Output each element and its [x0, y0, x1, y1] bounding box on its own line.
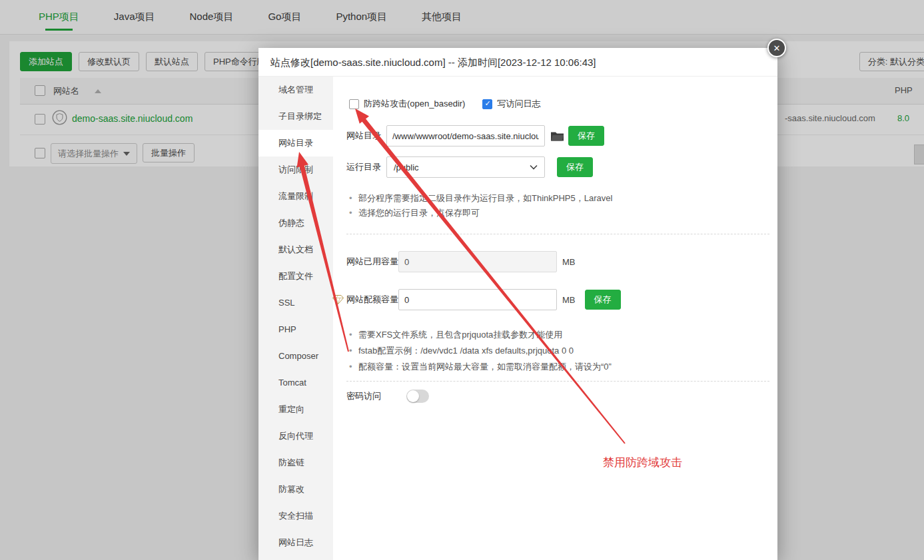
quota-capacity-unit: MB: [562, 295, 576, 305]
gem-pro-icon: [332, 294, 344, 308]
sidebar-item-config-file[interactable]: 配置文件: [258, 263, 333, 290]
used-capacity-unit: MB: [562, 257, 576, 267]
open-basedir-checkbox[interactable]: [349, 99, 359, 109]
note-line: 部分程序需要指定二级目录作为运行目录，如ThinkPHP5，Laravel: [349, 191, 612, 206]
save-quota-button[interactable]: 保存: [585, 290, 621, 310]
sidebar-item-security-scan[interactable]: 安全扫描: [258, 503, 333, 529]
sidebar-item-tomcat[interactable]: Tomcat: [258, 370, 333, 396]
site-edit-modal: ✕ 站点修改[demo-saas.site.niucloud.com] -- 添…: [258, 48, 777, 560]
divider: [346, 381, 769, 382]
divider: [346, 234, 769, 234]
used-capacity-input: [398, 251, 557, 272]
annotation-text: 禁用防跨域攻击: [603, 455, 682, 470]
sidebar-item-hotlink-protect[interactable]: 防盗链: [258, 449, 333, 476]
run-directory-select[interactable]: /public: [386, 156, 545, 178]
note-line: 配额容量：设置当前网站最大容量，如需取消容量配额，请设为“0”: [349, 359, 612, 375]
sidebar-item-subdir-bind[interactable]: 子目录绑定: [258, 103, 333, 130]
sidebar-item-reverse-proxy[interactable]: 反向代理: [258, 423, 333, 449]
save-run-directory-button[interactable]: 保存: [557, 157, 593, 177]
sidebar-item-tamper-proof[interactable]: 防篡改: [258, 476, 333, 503]
sidebar-item-composer[interactable]: Composer: [258, 343, 333, 370]
password-access-label: 密码访问: [346, 390, 406, 402]
save-site-directory-button[interactable]: 保存: [568, 126, 604, 146]
note-line: 选择您的运行目录，点保存即可: [349, 206, 612, 220]
quota-notes: 需要XFS文件系统，且包含prjquota挂载参数才能使用 fstab配置示例：…: [349, 327, 612, 375]
site-directory-input[interactable]: [386, 125, 545, 146]
modal-sidebar: 域名管理 子目录绑定 网站目录 访问限制 流量限制 伪静态 默认文档 配置文件 …: [258, 77, 333, 560]
site-directory-label: 网站目录: [346, 130, 386, 142]
folder-browse-icon[interactable]: [550, 131, 564, 142]
sidebar-item-access-limit[interactable]: 访问限制: [258, 156, 333, 183]
note-line: 需要XFS文件系统，且包含prjquota挂载参数才能使用: [349, 327, 612, 343]
sidebar-item-ssl[interactable]: SSL: [258, 290, 333, 316]
toggle-knob: [407, 390, 419, 402]
chevron-down-icon: [530, 164, 538, 170]
used-capacity-label: 网站已用容量: [346, 256, 398, 268]
quota-capacity-input[interactable]: [398, 289, 557, 310]
sidebar-item-site-directory[interactable]: 网站目录: [258, 130, 333, 156]
sidebar-item-rewrite[interactable]: 伪静态: [258, 210, 333, 236]
modal-content: 防跨站攻击(open_basedir) 写访问日志 网站目录 保存: [333, 77, 777, 560]
sidebar-item-redirect[interactable]: 重定向: [258, 396, 333, 423]
sidebar-item-traffic-limit[interactable]: 流量限制: [258, 183, 333, 210]
run-directory-value: /public: [394, 162, 419, 172]
app-screen: PHP项目 Java项目 Node项目 Go项目 Python项目 其他项目 添…: [0, 0, 924, 560]
quota-capacity-label: 网站配额容量: [346, 294, 398, 306]
password-access-toggle[interactable]: [406, 390, 429, 403]
sidebar-item-site-log[interactable]: 网站日志: [258, 529, 333, 556]
access-log-label: 写访问日志: [497, 98, 540, 110]
sidebar-item-php[interactable]: PHP: [258, 316, 333, 343]
note-line: fstab配置示例：/dev/vdc1 /data xfs defaults,p…: [349, 343, 612, 359]
run-directory-label: 运行目录: [346, 161, 386, 173]
sidebar-item-domain-manage[interactable]: 域名管理: [258, 77, 333, 103]
open-basedir-label: 防跨站攻击(open_basedir): [364, 98, 465, 110]
modal-title: 站点修改[demo-saas.site.niucloud.com] -- 添加时…: [258, 48, 777, 77]
access-log-checkbox[interactable]: [482, 99, 492, 109]
close-icon[interactable]: ✕: [767, 39, 786, 57]
sidebar-item-default-doc[interactable]: 默认文档: [258, 236, 333, 263]
run-directory-notes: 部分程序需要指定二级目录作为运行目录，如ThinkPHP5，Laravel 选择…: [349, 191, 612, 220]
